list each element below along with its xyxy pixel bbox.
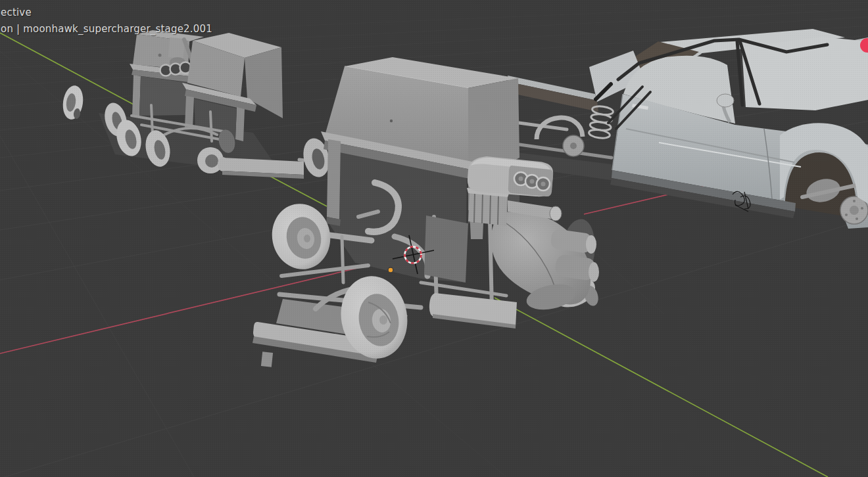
blender-3d-viewport[interactable]: ective on | moonhawk_supercharger_stage2… (0, 0, 868, 477)
viewport-dither (0, 0, 868, 477)
viewport-canvas[interactable] (0, 0, 868, 477)
